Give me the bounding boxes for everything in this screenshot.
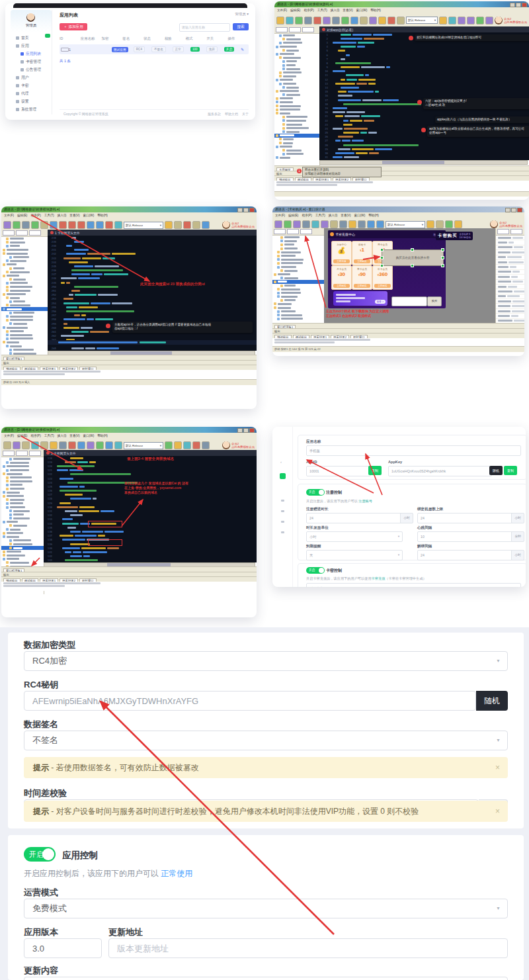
tree-tabs[interactable] [1, 450, 44, 457]
appkey-input[interactable]: 1uUGcwHQnKvuu0SZ4hgahKrckhk [388, 466, 492, 476]
project-tree[interactable] [274, 26, 320, 167]
menu-item[interactable]: 帮助(H) [368, 214, 379, 217]
footer-link[interactable]: 服务条款 [208, 112, 221, 116]
nav-icon[interactable] [281, 521, 284, 523]
toolbar-icons-2[interactable] [165, 441, 210, 449]
properties-panel[interactable] [495, 228, 524, 323]
menu-item[interactable]: 窗口(W) [354, 214, 366, 217]
table-row[interactable]: 1 测试应用 RC4 不签名 正常 100 免费 开启 ✎ [60, 44, 249, 54]
buy-button[interactable]: 购买 [427, 296, 442, 306]
version-input[interactable] [24, 938, 102, 958]
designer-canvas[interactable]: 卡密充值中心 在线客服 充值中心 💰 立即充值 体验卡1立即购买周卡会员7立即购… [324, 228, 495, 323]
window-buttons[interactable] [510, 3, 527, 7]
nav-icon[interactable] [281, 510, 284, 512]
menu-item[interactable]: 编辑(E) [290, 9, 300, 12]
menu-item[interactable]: 文件(F) [4, 434, 14, 437]
menu-item[interactable]: 文件(F) [4, 214, 14, 217]
sidebar-item[interactable]: 卡密 [11, 81, 52, 89]
mode-select[interactable]: 免费模式 [24, 899, 508, 918]
h-scrollbar[interactable] [319, 160, 528, 165]
recharge-tile[interactable]: 充值中心 💰 立即充值 [331, 241, 352, 265]
vip-text[interactable]: 会员2点此免费领取会员 [231, 222, 255, 228]
toolbar-icons-2[interactable] [165, 221, 210, 229]
field-select[interactable]: 天 [306, 550, 403, 560]
toggle-switch[interactable]: 开启 [306, 489, 325, 496]
menu-item[interactable]: 窗口(W) [356, 9, 368, 12]
field-select[interactable]: 时长卡密 [306, 583, 521, 587]
data-sign-select[interactable]: 不签名 [24, 731, 508, 750]
menu-item[interactable]: 编辑(E) [288, 214, 298, 217]
menu-item[interactable]: 查看(V) [343, 9, 352, 12]
inline-link[interactable]: 正常使用 [161, 869, 192, 878]
active-nav-icon[interactable] [280, 473, 286, 479]
sidebar-item[interactable]: 设置 [11, 97, 52, 105]
menu-item[interactable]: 插入(I) [331, 9, 340, 12]
window-buttons[interactable] [237, 428, 255, 433]
menu-item[interactable]: 帮助(H) [370, 9, 381, 12]
tree-rows[interactable] [1, 237, 48, 370]
field-input[interactable]: 24 [417, 550, 514, 560]
edit-icon[interactable]: ✎ [241, 47, 249, 52]
menu-item[interactable]: 工具(T) [315, 214, 325, 217]
field-select[interactable]: 小时 [306, 531, 403, 542]
build-config-select[interactable]: 默认 Release [406, 17, 438, 24]
tree-rows[interactable] [272, 236, 324, 321]
menu-item[interactable]: 帮助(H) [97, 214, 108, 217]
toolbar-icons-2[interactable] [427, 220, 462, 228]
price-tile[interactable]: 季卡会员90立即购买 [352, 265, 372, 290]
tree-tabs[interactable] [1, 230, 48, 237]
row-checkbox[interactable] [61, 48, 69, 52]
menu-item[interactable]: 窗口(W) [83, 214, 95, 217]
sidebar-item[interactable]: 公告管理 [11, 66, 52, 73]
menu-item[interactable]: 工具(T) [317, 9, 327, 12]
menu-item[interactable]: 程序(P) [30, 214, 40, 217]
menu-item[interactable]: 插入(I) [329, 214, 338, 217]
update-url-input[interactable] [108, 938, 508, 958]
toolbar-icons[interactable] [274, 220, 384, 228]
toolbar-icons[interactable] [3, 441, 122, 449]
menu-item[interactable]: 编辑(E) [17, 434, 27, 437]
menu-item[interactable]: 插入(I) [58, 214, 67, 217]
toolbar-icons[interactable] [276, 17, 405, 24]
vip-text[interactable]: 会员2点此免费领取会员 [499, 221, 522, 228]
app-control-toggle[interactable]: 开启 [24, 847, 56, 862]
menu-item[interactable]: 工具(T) [44, 434, 54, 437]
inline-link[interactable]: 卡密充值 [372, 576, 386, 580]
menu-item[interactable]: 程序(P) [302, 214, 311, 217]
menu-item[interactable]: 查看(V) [341, 214, 350, 217]
encryption-type-select[interactable]: RC4加密 [24, 651, 508, 671]
editor-tab[interactable]: 1 卡密网页头文件 [48, 230, 257, 236]
code-editor[interactable]: 2382392402412422432442452462472482492502… [48, 236, 257, 351]
sidebar-item[interactable]: 代理 [11, 89, 52, 97]
search-button[interactable]: 搜索 [233, 23, 249, 30]
toolbar-icons-2[interactable] [439, 17, 493, 24]
menu-item[interactable]: 查看(V) [69, 434, 79, 437]
vip-text[interactable]: 会员2点此免费领取会员 [231, 442, 255, 449]
price-tile[interactable]: 月卡会员30立即购买 [331, 265, 352, 290]
menu-item[interactable]: 文件(F) [277, 9, 287, 12]
menu-item[interactable]: 工具(T) [44, 214, 54, 217]
build-config-select[interactable]: 默认 Release [386, 221, 425, 228]
close-icon[interactable]: × [495, 801, 500, 822]
copy-button[interactable]: 复制 [368, 466, 382, 475]
sidebar-item[interactable]: 用户 [11, 73, 52, 81]
add-app-button[interactable]: ＋ 添加应用 [60, 23, 87, 30]
build-config-select[interactable]: 默认 Release [124, 442, 163, 449]
price-tile[interactable]: 体验卡1立即购买 [352, 241, 372, 265]
toggle-switch[interactable]: 开启 [306, 567, 325, 574]
user-menu[interactable]: 管理员 ▾ [235, 12, 249, 17]
nav-icon[interactable] [281, 500, 284, 502]
toolbar-icons[interactable] [3, 221, 122, 229]
menu-item[interactable]: 程序(P) [304, 9, 313, 12]
field-input[interactable]: 24 [417, 513, 514, 523]
tree-rows[interactable] [274, 34, 319, 159]
editor-tab[interactable]: 对接app说明(必看) [319, 26, 529, 32]
sidebar-item[interactable]: 系统管理 [11, 105, 52, 113]
app-name-input[interactable]: 手机版 [306, 445, 521, 456]
editor-tab[interactable]: 1 卡密网页头文件 [44, 450, 257, 456]
search-input[interactable]: 请输入应用名称 [179, 23, 230, 32]
update-content-input[interactable] [24, 977, 508, 980]
card-button[interactable]: 查看 > [375, 300, 386, 304]
window-buttons[interactable] [237, 208, 255, 212]
footer-link[interactable]: 关于 [242, 112, 249, 116]
